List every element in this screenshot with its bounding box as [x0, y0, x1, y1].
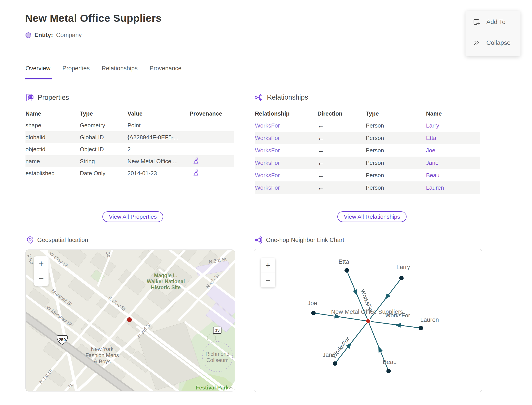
tab-provenance[interactable]: Provenance [150, 65, 181, 76]
prop-value: New Metal Office ... [127, 158, 190, 165]
node-labels: Etta Larry Joe Lauren Jane Beau New Meta… [307, 258, 439, 365]
add-to-label: Add To [486, 18, 506, 26]
rel-type: Person [366, 147, 426, 154]
table-row: WorksFor ← Person Beau [255, 169, 480, 182]
chart-zoom-in-button[interactable]: + [261, 258, 275, 273]
view-all-properties-button[interactable]: View All Properties [102, 211, 163, 222]
prop-type: String [80, 158, 127, 165]
provenance-flag-icon[interactable] [193, 157, 199, 164]
direction-arrow: ← [317, 134, 366, 142]
place-label: Fashion Mens [86, 352, 119, 358]
prop-value: 2014-01-23 [127, 170, 190, 177]
relationships-section-heading: Relationships [254, 93, 308, 101]
rel-type: Person [366, 160, 426, 166]
node-joe[interactable] [311, 311, 316, 315]
prop-name: established [26, 170, 80, 177]
map-panel: 250 33 k Rd W Clay St Sa Marshall St W M… [26, 250, 235, 392]
table-row: globalid Global ID {A228944F-0EF5-... [26, 131, 234, 143]
node-beau[interactable] [386, 369, 391, 373]
entity-name-link[interactable]: Beau [426, 172, 480, 179]
center-node-label: New Metal Office Suppliers [331, 309, 403, 315]
prop-type: Geometry [80, 122, 127, 129]
relationship-link[interactable]: WorksFor [255, 184, 317, 191]
direction-arrow: ← [317, 159, 366, 167]
svg-text:33: 33 [215, 328, 219, 332]
place-label: Coliseum [206, 357, 229, 363]
relationships-icon [254, 93, 263, 101]
linkchart-section-heading: One-hop Neighbor Link Chart [254, 236, 344, 244]
node-label-larry: Larry [396, 264, 410, 270]
node-lauren[interactable] [419, 326, 423, 330]
relationships-heading: Relationships [267, 93, 308, 101]
chart-zoom-out-button[interactable]: − [261, 273, 275, 287]
properties-icon [26, 93, 34, 102]
map-canvas[interactable]: 250 33 k Rd W Clay St Sa Marshall St W M… [26, 250, 235, 392]
view-all-relationships-button[interactable]: View All Relationships [337, 211, 406, 222]
table-row: shape Geometry Point [26, 119, 234, 131]
add-to-button[interactable]: Add To [472, 18, 506, 26]
center-node[interactable] [366, 319, 370, 323]
place-label: Walker National [147, 279, 185, 284]
tab-properties[interactable]: Properties [62, 65, 90, 76]
col-header: Value [127, 110, 190, 117]
linkchart-heading: One-hop Neighbor Link Chart [266, 237, 344, 243]
node-label-lauren: Lauren [420, 317, 439, 323]
floating-action-panel: Add To Collapse [466, 11, 520, 56]
place-label: Maggie L. [154, 273, 178, 278]
properties-table: Name Type Value Provenance shape Geometr… [26, 108, 234, 179]
properties-heading: Properties [38, 94, 69, 101]
direction-arrow: ← [317, 184, 366, 191]
page-title: New Metal Office Suppliers [25, 12, 162, 24]
table-row: WorksFor ← Person Jane [255, 157, 480, 169]
table-row: WorksFor ← Person Etta [255, 132, 480, 144]
prop-name: globalid [26, 134, 80, 141]
map-zoom-control: + − [34, 256, 48, 286]
table-row: established Date Only 2014-01-23 [26, 167, 234, 179]
col-header: Name [426, 110, 480, 117]
entity-type-value: Company [56, 32, 82, 39]
prop-value: {A228944F-0EF5-... [127, 134, 190, 141]
node-etta[interactable] [345, 268, 349, 273]
col-header: Type [366, 110, 426, 117]
add-to-icon [472, 18, 481, 26]
table-row: WorksFor ← Person Larry [255, 119, 480, 132]
relationships-table: Relationship Direction Type Name WorksFo… [255, 108, 480, 194]
map-entity-marker[interactable] [127, 317, 132, 322]
node-jane[interactable] [333, 361, 337, 366]
relationships-table-header: Relationship Direction Type Name [255, 108, 480, 119]
entity-name-link[interactable]: Joe [426, 147, 480, 154]
provenance-flag-icon[interactable] [193, 169, 199, 176]
relationship-link[interactable]: WorksFor [255, 122, 317, 129]
tab-overview[interactable]: Overview [26, 65, 51, 76]
prop-name: shape [26, 122, 80, 129]
collapse-icon [472, 39, 481, 47]
place-label: Historic Site [151, 284, 181, 290]
link-chart-canvas[interactable]: WorksFor WorksFor WorksFor Etta Larry Jo… [254, 249, 482, 392]
collapse-button[interactable]: Collapse [472, 39, 511, 47]
direction-arrow: ← [317, 171, 366, 179]
chart-zoom-control: + − [261, 258, 275, 287]
tab-relationships[interactable]: Relationships [102, 65, 138, 76]
relationship-link[interactable]: WorksFor [255, 147, 317, 154]
relationship-link[interactable]: WorksFor [255, 172, 317, 179]
properties-section-heading: Properties [26, 93, 69, 102]
col-header: Relationship [255, 110, 317, 117]
entity-detail-page: New Metal Office Suppliers Entity: Compa… [0, 0, 532, 405]
table-row: name String New Metal Office ... [26, 155, 234, 167]
map-zoom-out-button[interactable]: − [34, 271, 48, 286]
map-zoom-in-button[interactable]: + [34, 256, 48, 271]
direction-arrow: ← [317, 147, 366, 154]
geospatial-section-heading: Geospatial location [27, 236, 88, 244]
relationship-link[interactable]: WorksFor [255, 160, 317, 166]
relationship-link[interactable]: WorksFor [255, 135, 317, 142]
entity-name-link[interactable]: Larry [426, 122, 480, 129]
entity-name-link[interactable]: Lauren [426, 184, 480, 191]
entity-type-icon [26, 32, 31, 38]
node-label-jane: Jane [323, 351, 336, 358]
node-larry[interactable] [399, 276, 404, 280]
entity-name-link[interactable]: Etta [426, 135, 480, 142]
geospatial-heading: Geospatial location [37, 237, 88, 243]
col-header: Provenance [190, 110, 234, 117]
entity-name-link[interactable]: Jane [426, 160, 480, 166]
rel-type: Person [366, 184, 426, 191]
